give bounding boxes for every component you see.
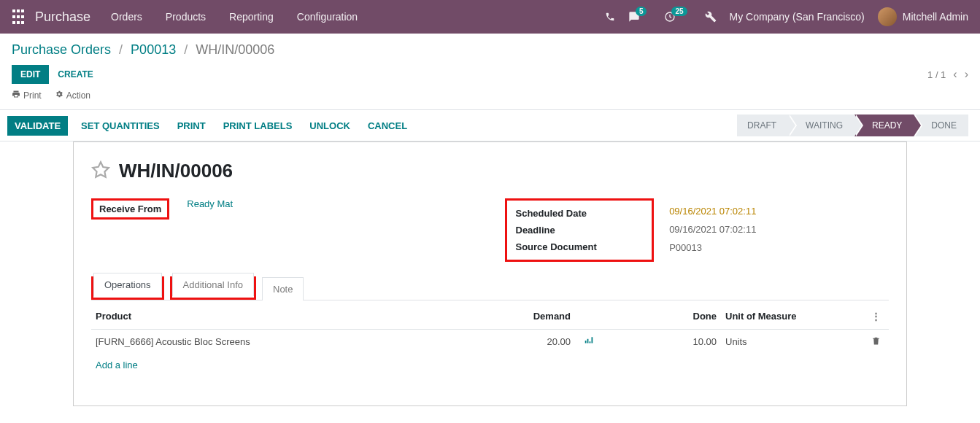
print-labels-button[interactable]: PRINT LABELS xyxy=(223,120,293,131)
top-nav: Purchase Orders Products Reporting Confi… xyxy=(0,0,980,34)
source-document-value[interactable]: P00013 xyxy=(669,242,702,253)
highlight-details: Scheduled Date Deadline Source Document xyxy=(505,198,654,262)
messages-icon[interactable]: 5 xyxy=(628,11,652,23)
phone-icon[interactable] xyxy=(605,12,615,22)
cell-product: [FURN_6666] Acoustic Bloc Screens xyxy=(91,330,444,354)
activities-icon[interactable]: 25 xyxy=(664,11,691,23)
breadcrumb-current: WH/IN/00006 xyxy=(196,42,274,57)
breadcrumb-parent[interactable]: P00013 xyxy=(131,42,176,57)
forecast-icon[interactable] xyxy=(584,337,594,348)
trash-icon[interactable] xyxy=(871,337,881,348)
gear-icon xyxy=(55,90,63,101)
breadcrumb-root[interactable]: Purchase Orders xyxy=(12,42,111,57)
menu-products[interactable]: Products xyxy=(166,11,206,23)
receive-from-label: Receive From xyxy=(99,203,161,214)
table-row[interactable]: [FURN_6666] Acoustic Bloc Screens 20.00 … xyxy=(91,330,889,354)
tabs: Operations Additional Info Note xyxy=(91,276,889,300)
print-button[interactable]: PRINT xyxy=(177,120,206,131)
validate-button[interactable]: VALIDATE xyxy=(7,116,68,136)
operations-table: Product Demand Done Unit of Measure ⋮ [F… xyxy=(91,303,889,376)
scheduled-date-value: 09/16/2021 07:02:11 xyxy=(669,206,756,217)
deadline-label: Deadline xyxy=(516,225,640,236)
col-product: Product xyxy=(91,303,444,330)
kebab-icon[interactable]: ⋮ xyxy=(871,311,881,322)
menu-reporting[interactable]: Reporting xyxy=(229,11,274,23)
edit-button[interactable]: EDIT xyxy=(12,65,49,84)
pager: 1 / 1 xyxy=(927,69,946,80)
pager-prev-icon[interactable]: ‹ xyxy=(953,68,957,81)
col-uom: Unit of Measure xyxy=(721,303,867,330)
print-dropdown[interactable]: Print xyxy=(12,90,42,101)
cell-done: 10.00 xyxy=(633,330,721,354)
app-brand[interactable]: Purchase xyxy=(35,9,90,25)
add-line-link[interactable]: Add a line xyxy=(96,360,138,370)
printer-icon xyxy=(12,90,20,101)
status-draft[interactable]: DRAFT xyxy=(737,115,788,136)
record-title: WH/IN/00006 xyxy=(119,160,233,182)
cell-demand: 20.00 xyxy=(444,330,575,354)
star-icon[interactable] xyxy=(91,160,110,182)
company-switcher[interactable]: My Company (San Francisco) xyxy=(730,11,865,23)
tab-additional-info[interactable]: Additional Info xyxy=(172,273,254,296)
form-sheet: WH/IN/00006 Receive From Ready Mat Sched… xyxy=(73,141,907,406)
breadcrumb: Purchase Orders / P00013 / WH/IN/00006 xyxy=(12,42,968,58)
unlock-button[interactable]: UNLOCK xyxy=(309,120,350,131)
status-waiting[interactable]: WAITING xyxy=(788,115,854,136)
apps-icon[interactable] xyxy=(12,9,23,25)
cancel-button[interactable]: CANCEL xyxy=(368,120,407,131)
action-bar: VALIDATE SET QUANTITIES PRINT PRINT LABE… xyxy=(0,109,980,141)
messages-badge: 5 xyxy=(636,7,647,16)
col-done: Done xyxy=(633,303,721,330)
tab-operations[interactable]: Operations xyxy=(93,273,162,297)
cell-uom: Units xyxy=(721,330,867,354)
deadline-value: 09/16/2021 07:02:11 xyxy=(669,224,756,235)
debug-icon[interactable] xyxy=(705,11,717,23)
menu-orders[interactable]: Orders xyxy=(111,11,142,23)
control-panel: Purchase Orders / P00013 / WH/IN/00006 E… xyxy=(0,34,980,101)
menu-configuration[interactable]: Configuration xyxy=(297,11,358,23)
create-button[interactable]: CREATE xyxy=(58,69,93,79)
avatar xyxy=(878,7,897,26)
highlight-tab-operations: Operations xyxy=(91,276,164,300)
highlight-tab-additional: Additional Info xyxy=(170,276,256,300)
scheduled-date-label: Scheduled Date xyxy=(516,208,640,219)
highlight-receive-from: Receive From xyxy=(91,198,169,220)
receive-from-value[interactable]: Ready Mat xyxy=(187,198,233,209)
status-ready[interactable]: READY xyxy=(854,115,914,136)
user-menu[interactable]: Mitchell Admin xyxy=(878,7,968,26)
activities-badge: 25 xyxy=(671,7,687,16)
set-quantities-button[interactable]: SET QUANTITIES xyxy=(81,120,160,131)
source-document-label: Source Document xyxy=(516,241,640,252)
pager-next-icon[interactable]: › xyxy=(965,68,968,81)
status-bar: DRAFT WAITING READY DONE xyxy=(737,115,968,136)
tab-note[interactable]: Note xyxy=(262,277,304,300)
user-name: Mitchell Admin xyxy=(903,11,968,23)
action-dropdown[interactable]: Action xyxy=(55,90,90,101)
col-demand: Demand xyxy=(444,303,575,330)
